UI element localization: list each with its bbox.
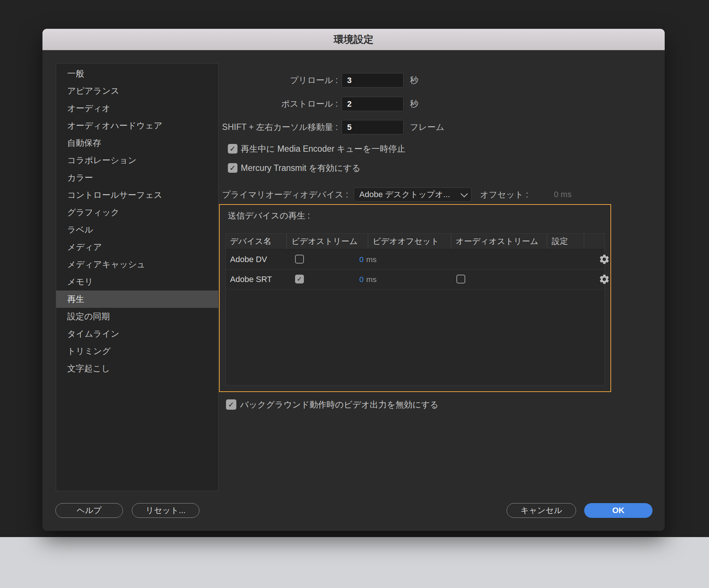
primary-audio-device-select[interactable]: Adobe デスクトップオ... bbox=[354, 188, 472, 202]
device-name: Adobe SRT bbox=[230, 269, 272, 289]
offset-value: 0 ms bbox=[554, 188, 572, 202]
sidebar-item-collaboration[interactable]: コラボレーション bbox=[56, 152, 218, 169]
table-row-adobe-dv[interactable]: Adobe DV 0ms bbox=[226, 250, 604, 269]
check-icon: ✓ bbox=[230, 164, 236, 172]
sidebar-item-audio-hardware[interactable]: オーディオハードウェア bbox=[56, 117, 218, 134]
shift-cursor-label: SHIFT + 左右カーソル移動量 : bbox=[222, 120, 338, 134]
mercury-transmit-label: Mercury Transmit を有効にする bbox=[241, 163, 360, 173]
column-spacer bbox=[584, 234, 604, 249]
sidebar-item-audio[interactable]: オーディオ bbox=[56, 100, 218, 117]
table-row-adobe-srt[interactable]: Adobe SRT ✓ 0ms bbox=[226, 269, 604, 289]
video-offset-value[interactable]: 0ms bbox=[359, 250, 377, 269]
sidebar-item-control-surface[interactable]: コントロールサーフェス bbox=[56, 186, 218, 204]
column-device-name: デバイス名 bbox=[226, 234, 287, 249]
sidebar-item-playback[interactable]: 再生 bbox=[56, 290, 218, 308]
device-table-header: デバイス名 ビデオストリーム ビデオオフセット オーディオストリーム 設定 bbox=[226, 234, 604, 250]
primary-audio-device-value: Adobe デスクトップオ... bbox=[359, 189, 457, 200]
help-button[interactable]: ヘルプ bbox=[55, 503, 123, 518]
audio-stream-checkbox[interactable] bbox=[456, 275, 465, 283]
offset-label: オフセット : bbox=[480, 188, 528, 202]
postroll-unit: 秒 bbox=[410, 97, 418, 111]
preferences-category-list: 一般 アピアランス オーディオ オーディオハードウェア 自動保存 コラボレーショ… bbox=[56, 63, 219, 491]
sidebar-item-general[interactable]: 一般 bbox=[56, 65, 218, 82]
dialog-title: 環境設定 bbox=[334, 33, 374, 46]
device-name: Adobe DV bbox=[230, 250, 267, 269]
device-table: デバイス名 ビデオストリーム ビデオオフセット オーディオストリーム 設定 Ad… bbox=[225, 233, 605, 386]
dialog-titlebar[interactable]: 環境設定 bbox=[42, 29, 665, 50]
column-video-stream: ビデオストリーム bbox=[287, 234, 368, 249]
transmit-devices-section: 送信デバイスの再生 : デバイス名 ビデオストリーム ビデオオフセット オーディ… bbox=[219, 204, 611, 392]
primary-audio-device-label: プライマリオーディオデバイス : bbox=[222, 188, 348, 202]
postroll-label: ポストロール : bbox=[281, 97, 338, 111]
sidebar-item-trim[interactable]: トリミング bbox=[56, 343, 218, 360]
transmit-devices-title: 送信デバイスの再生 : bbox=[228, 210, 310, 221]
video-offset-value[interactable]: 0ms bbox=[359, 269, 377, 289]
preroll-input[interactable] bbox=[342, 73, 404, 87]
column-audio-stream: オーディオストリーム bbox=[451, 234, 547, 249]
preroll-label: プリロール : bbox=[290, 73, 338, 87]
sidebar-item-labels[interactable]: ラベル bbox=[56, 221, 218, 238]
gear-icon[interactable] bbox=[599, 254, 610, 265]
check-icon: ✓ bbox=[230, 145, 236, 152]
ok-button[interactable]: OK bbox=[584, 503, 653, 518]
gear-icon[interactable] bbox=[599, 274, 610, 285]
sidebar-item-media-cache[interactable]: メディアキャッシュ bbox=[56, 256, 218, 273]
disable-background-video-checkbox[interactable]: ✓ bbox=[226, 399, 236, 410]
column-settings: 設定 bbox=[547, 234, 584, 249]
sidebar-item-media[interactable]: メディア bbox=[56, 238, 218, 256]
disable-background-video-label: バックグラウンド動作時のビデオ出力を無効にする bbox=[240, 399, 439, 410]
preferences-dialog: 環境設定 一般 アピアランス オーディオ オーディオハードウェア 自動保存 コラ… bbox=[42, 29, 665, 531]
screen: 環境設定 一般 アピアランス オーディオ オーディオハードウェア 自動保存 コラ… bbox=[0, 0, 709, 588]
reset-button[interactable]: リセット... bbox=[132, 503, 199, 518]
shift-cursor-unit: フレーム bbox=[410, 120, 445, 134]
video-stream-checkbox[interactable]: ✓ bbox=[295, 275, 304, 283]
pause-media-encoder-checkbox[interactable]: ✓ bbox=[228, 144, 237, 154]
pause-media-encoder-label: 再生中に Media Encoder キューを一時停止 bbox=[241, 144, 405, 154]
sidebar-item-memory[interactable]: メモリ bbox=[56, 273, 218, 290]
cancel-button[interactable]: キャンセル bbox=[507, 503, 576, 518]
video-stream-checkbox[interactable] bbox=[295, 255, 304, 264]
sidebar-item-appearance[interactable]: アピアランス bbox=[56, 82, 218, 100]
preroll-unit: 秒 bbox=[410, 73, 418, 87]
sidebar-item-sync-settings[interactable]: 設定の同期 bbox=[56, 308, 218, 325]
sidebar-item-graphics[interactable]: グラフィック bbox=[56, 204, 218, 221]
check-icon: ✓ bbox=[228, 401, 234, 408]
sidebar-item-color[interactable]: カラー bbox=[56, 169, 218, 186]
chevron-down-icon bbox=[460, 190, 468, 197]
column-video-offset: ビデオオフセット bbox=[368, 234, 451, 249]
shift-cursor-input[interactable] bbox=[342, 120, 404, 134]
check-icon: ✓ bbox=[297, 276, 302, 282]
postroll-input[interactable] bbox=[342, 97, 404, 111]
sidebar-item-transcription[interactable]: 文字起こし bbox=[56, 360, 218, 377]
mercury-transmit-checkbox[interactable]: ✓ bbox=[228, 163, 237, 173]
sidebar-item-auto-save[interactable]: 自動保存 bbox=[56, 134, 218, 152]
sidebar-item-timeline[interactable]: タイムライン bbox=[56, 325, 218, 343]
